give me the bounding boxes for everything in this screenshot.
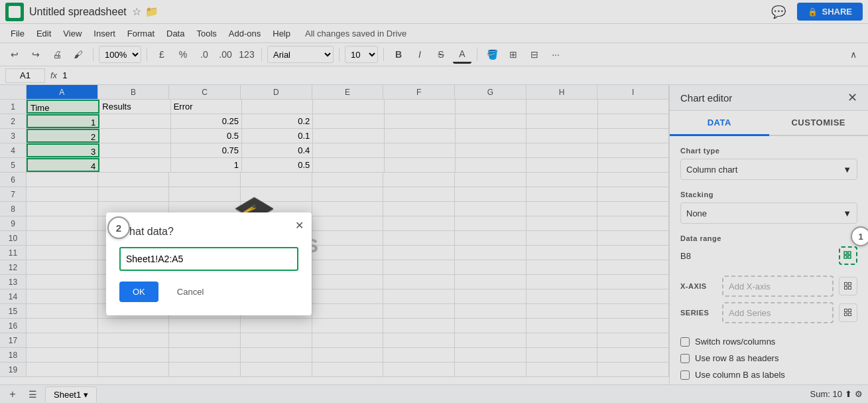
annotation-badge-1: 1 <box>851 226 868 246</box>
annotation-badge-2: 2 <box>107 216 130 239</box>
dialog-close-button[interactable]: ✕ <box>295 219 304 232</box>
dialog-ok-button[interactable]: OK <box>119 282 158 302</box>
dialog-range-input[interactable] <box>119 247 298 271</box>
dialog-title: What data? <box>119 226 298 238</box>
dialog-cancel-button[interactable]: Cancel <box>166 282 214 302</box>
dialog-buttons: OK Cancel <box>119 282 298 302</box>
dialog-overlay <box>0 0 868 403</box>
what-data-dialog: ✕ What data? OK Cancel <box>106 212 312 315</box>
